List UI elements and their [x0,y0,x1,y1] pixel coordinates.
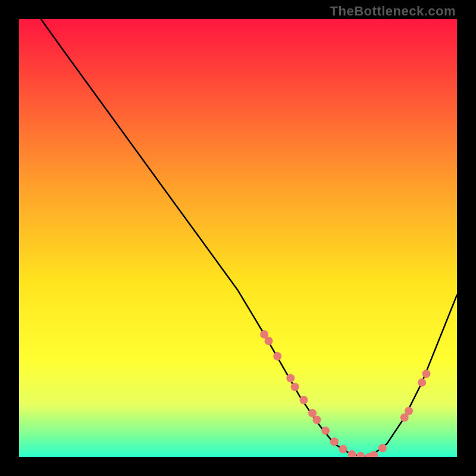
chart-frame: TheBottleneck.com [0,0,476,476]
data-point [330,437,339,446]
data-point [312,415,321,424]
data-point [418,378,426,387]
data-point [422,369,430,378]
data-point [265,337,273,345]
bottleneck-curve [41,19,457,457]
data-point [273,352,281,361]
data-point [291,383,299,391]
data-point [286,374,295,383]
data-point [405,407,413,415]
data-point [299,396,308,404]
data-point [378,444,387,452]
plot-area [19,19,457,457]
watermark-label: TheBottleneck.com [330,4,456,19]
data-point [321,427,330,435]
data-point [347,450,356,457]
data-point [356,452,365,457]
data-point [339,445,347,453]
chart-svg [19,19,457,457]
